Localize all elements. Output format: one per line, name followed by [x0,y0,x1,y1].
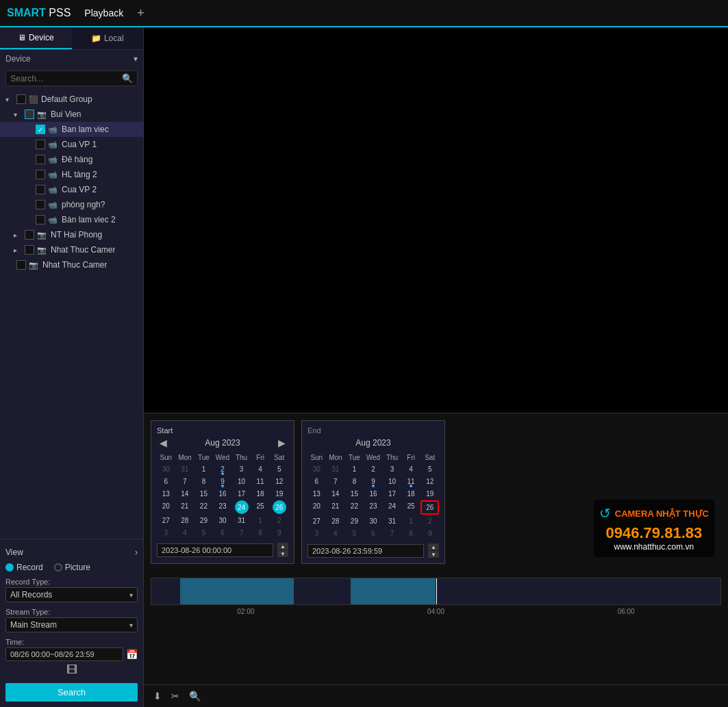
cal-day[interactable]: 7 [232,527,251,539]
cal-day[interactable]: 3 [307,528,326,539]
tree-item-hl-tang2[interactable]: ▸ 📹 HL tàng 2 [0,167,143,182]
cal-day[interactable]: 30 [307,463,326,475]
tree-item-bui-vien[interactable]: ▾ 📷 Bui Vien [0,107,143,122]
tree-item-nhat-thuc1[interactable]: ▸ 📷 Nhat Thuc Camer [0,242,143,257]
cal-day[interactable]: 17 [383,488,401,500]
cal-day[interactable]: 6 [307,476,326,487]
radio-record[interactable]: Record [5,563,43,572]
cal-day[interactable]: 5 [345,528,364,539]
cal-day[interactable]: 31 [176,463,194,475]
cal-day[interactable]: 21 [327,500,345,515]
cal-day[interactable]: 15 [194,488,213,500]
tree-item-de-hang[interactable]: ▸ 📹 Đê hàng [0,152,143,167]
cal-day[interactable]: 30 [214,515,232,526]
cal-day[interactable]: 6 [157,476,175,487]
tree-checkbox-cam5[interactable] [36,185,45,194]
cal-day[interactable]: 1 [402,515,421,527]
cal-day[interactable]: 20 [307,500,326,515]
cal-day[interactable]: 11 [402,476,421,487]
cal-day[interactable]: 28 [327,515,345,527]
cal-day[interactable]: 31 [383,515,401,527]
tree-checkbox-cam6[interactable] [36,200,45,209]
cal-day[interactable]: 5 [270,463,288,475]
cal-day[interactable]: 6 [214,527,232,539]
cal-day[interactable]: 13 [157,488,175,500]
tree-checkbox-cam7[interactable] [36,215,45,224]
cal-day[interactable]: 17 [232,488,251,500]
cal-day[interactable]: 13 [307,488,326,500]
radio-picture[interactable]: Picture [54,563,90,572]
record-type-dropdown[interactable]: All Records ▾ [5,587,138,602]
cal-day[interactable]: 6 [364,528,383,539]
cal-day[interactable]: 3 [383,463,401,475]
cal-day[interactable]: 30 [364,515,383,527]
cal-day[interactable]: 23 [364,500,383,515]
cal-day[interactable]: 27 [157,515,175,526]
cal-day[interactable]: 8 [345,476,364,487]
cal-prev-button[interactable]: ◀ [157,437,170,448]
scissors-button[interactable]: ✂ [168,689,182,703]
cal-day[interactable]: 15 [345,488,364,500]
spin-up[interactable]: ▲ [428,543,439,550]
cal-day[interactable]: 20 [157,500,175,514]
cal-day[interactable]: 9 [421,528,439,539]
cal-day[interactable]: 22 [345,500,364,515]
cal-day-selected-end[interactable]: 26 [421,500,439,515]
cal-day[interactable]: 19 [421,488,439,500]
tree-item-default-group[interactable]: ▾ ⬛ Default Group [0,92,143,107]
tree-checkbox-cam1[interactable]: ✓ [36,125,45,134]
cal-day[interactable]: 30 [157,463,175,475]
cal-day[interactable]: 28 [176,515,194,526]
cal-day[interactable]: 2 [214,463,232,475]
tree-item-phong-ngh[interactable]: ▸ 📹 phòng ngh? [0,197,143,212]
cal-day[interactable]: 14 [327,488,345,500]
tree-item-ban-lam-viec[interactable]: ▸ ✓ 📹 Ban lam viec [0,122,143,137]
tree-item-cua-vp2[interactable]: ▸ 📹 Cua VP 2 [0,182,143,197]
calendar-icon[interactable]: 📅 [126,649,138,660]
tab-local[interactable]: 📁 Local [72,27,144,49]
tree-checkbox-cam4[interactable] [36,170,45,179]
cal-day[interactable]: 12 [421,476,439,487]
end-datetime-input[interactable] [307,544,424,558]
cal-day[interactable]: 7 [176,476,194,487]
cal-day[interactable]: 3 [157,527,175,539]
cal-day[interactable]: 12 [270,476,288,487]
cal-day[interactable]: 4 [176,527,194,539]
cal-day[interactable]: 29 [345,515,364,527]
cal-day[interactable]: 8 [402,528,421,539]
search-box[interactable]: 🔍 [5,70,138,86]
cal-day[interactable]: 31 [232,515,251,526]
cal-day[interactable]: 7 [383,528,401,539]
tree-item-nt-hai-phong[interactable]: ▸ 📷 NT Hai Phong [0,227,143,242]
tree-checkbox-cam2[interactable] [36,140,45,149]
cal-day[interactable]: 25 [251,500,270,514]
cal-day-today[interactable]: 24 [235,500,249,514]
add-tab-button[interactable]: + [137,6,145,21]
cal-day[interactable]: 9 [270,527,288,539]
tree-item-ban-lam-viec2[interactable]: ▸ 📹 Bàn lam viec 2 [0,212,143,227]
tab-device[interactable]: 🖥 Device [0,27,72,49]
tree-checkbox-nthaiphong[interactable] [25,230,34,240]
cal-day[interactable]: 16 [364,488,383,500]
cal-day[interactable]: 1 [251,515,270,526]
cal-day[interactable]: 18 [251,488,270,500]
cal-day[interactable]: 9 [214,476,232,487]
cal-day[interactable]: 10 [383,476,401,487]
cal-day[interactable]: 4 [251,463,270,475]
cal-day[interactable]: 25 [402,500,421,515]
film-icon[interactable]: 🎞 [66,664,77,676]
stream-type-dropdown[interactable]: Main Stream ▾ [5,617,138,632]
tree-checkbox-nhatthuc1[interactable] [25,245,34,255]
search-button[interactable]: Search [5,683,138,702]
cal-day[interactable]: 2 [421,515,439,527]
cal-day[interactable]: 1 [345,463,364,475]
cal-day[interactable]: 29 [194,515,213,526]
cal-day[interactable]: 5 [194,527,213,539]
tree-checkbox-bui-vien[interactable] [25,110,34,119]
playback-tab[interactable]: Playback [84,8,123,18]
cal-day[interactable]: 7 [327,476,345,487]
tree-checkbox-cam3[interactable] [36,155,45,164]
cal-day[interactable]: 8 [194,476,213,487]
cal-day[interactable]: 10 [232,476,251,487]
tree-checkbox-nhatthuc2[interactable] [16,260,26,270]
